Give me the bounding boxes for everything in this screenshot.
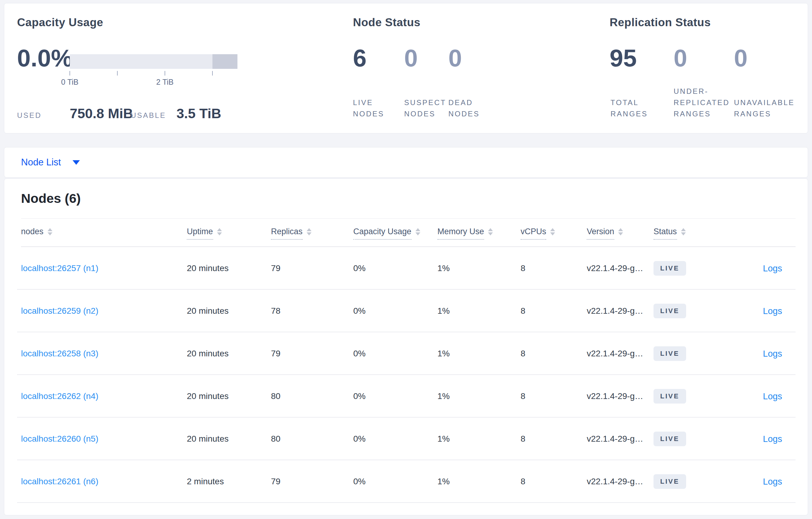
sort-icon[interactable] <box>618 228 623 236</box>
table-row: localhost:26262 (n4)20 minutes800%1%8v22… <box>4 375 808 418</box>
uptime-cell: 20 minutes <box>187 391 229 401</box>
sort-icon[interactable] <box>488 228 493 236</box>
memory-use-cell: 1% <box>437 349 450 359</box>
version-cell: v22.1.4-29-g… <box>587 477 643 486</box>
column-header-node[interactable]: nodes <box>21 227 52 239</box>
dead-nodes-count: 0 <box>448 46 462 70</box>
logs-link[interactable]: Logs <box>763 477 782 487</box>
memory-use-cell: 1% <box>437 434 450 444</box>
memory-use-cell: 1% <box>437 306 450 316</box>
node-link[interactable]: localhost:26257 (n1) <box>21 264 98 273</box>
uptime-cell: 20 minutes <box>187 434 229 444</box>
table-row: localhost:26258 (n3)20 minutes790%1%8v22… <box>4 332 808 375</box>
table-row: localhost:26260 (n5)20 minutes800%1%8v22… <box>4 418 808 460</box>
logs-link[interactable]: Logs <box>763 391 782 401</box>
status-badge: LIVE <box>654 474 686 489</box>
column-header-capacity[interactable]: Capacity Usage <box>353 227 420 240</box>
uptime-cell: 20 minutes <box>187 306 229 316</box>
memory-use-cell: 1% <box>437 391 450 401</box>
capacity-bar-reserved-segment <box>212 54 237 69</box>
sort-icon[interactable] <box>217 228 222 236</box>
sort-icon[interactable] <box>681 228 686 236</box>
capacity-usage-cell: 0% <box>353 349 366 359</box>
node-link[interactable]: localhost:26258 (n3) <box>21 349 98 359</box>
node-link[interactable]: localhost:26260 (n5) <box>21 434 98 444</box>
sort-icon[interactable] <box>307 228 312 236</box>
view-selector-card: Node List <box>4 147 808 178</box>
column-header-uptime[interactable]: Uptime <box>187 227 222 240</box>
axis-tick <box>212 71 213 75</box>
node-status-title: Node Status <box>353 16 420 29</box>
axis-tick-label: 0 TiB <box>52 78 88 87</box>
sort-icon[interactable] <box>48 228 52 236</box>
node-link[interactable]: localhost:26262 (n4) <box>21 391 98 401</box>
live-nodes-count: 6 <box>353 46 367 70</box>
capacity-usage-cell: 0% <box>353 434 366 444</box>
axis-tick <box>69 71 70 75</box>
column-header-vcpus[interactable]: vCPUs <box>521 227 555 240</box>
status-badge: LIVE <box>654 346 686 361</box>
capacity-usage-cell: 0% <box>353 306 366 316</box>
table-row: localhost:26257 (n1)20 minutes790%1%8v22… <box>4 247 808 289</box>
sort-icon[interactable] <box>415 228 420 236</box>
used-label: USED <box>17 111 42 120</box>
node-list-dropdown-label: Node List <box>21 157 61 168</box>
column-header-memory[interactable]: Memory Use <box>437 227 493 240</box>
table-header-row: nodesUptimeReplicasCapacity UsageMemory … <box>4 224 808 246</box>
vcpus-cell: 8 <box>521 434 525 444</box>
vcpus-cell: 8 <box>521 264 525 273</box>
vcpus-cell: 8 <box>521 306 525 316</box>
vcpus-cell: 8 <box>521 391 525 401</box>
capacity-usage-bar <box>70 54 237 69</box>
logs-link[interactable]: Logs <box>763 434 782 444</box>
logs-link[interactable]: Logs <box>763 264 782 274</box>
vcpus-cell: 8 <box>521 349 525 359</box>
node-link[interactable]: localhost:26261 (n6) <box>21 477 98 486</box>
logs-link[interactable]: Logs <box>763 306 782 316</box>
used-value: 750.8 MiB <box>70 106 133 122</box>
divider <box>21 218 795 219</box>
column-header-version[interactable]: Version <box>587 227 623 240</box>
axis-tick <box>165 71 165 75</box>
replicas-cell: 79 <box>271 349 281 359</box>
capacity-usage-cell: 0% <box>353 264 366 273</box>
capacity-used-percent: 0.0% <box>17 46 72 70</box>
sort-icon[interactable] <box>550 228 555 236</box>
replicas-cell: 80 <box>271 391 281 401</box>
unavailable-ranges-count: 0 <box>734 46 748 70</box>
status-badge: LIVE <box>654 304 686 318</box>
version-cell: v22.1.4-29-g… <box>587 306 643 316</box>
capacity-usage-cell: 0% <box>353 477 366 486</box>
version-cell: v22.1.4-29-g… <box>587 391 643 401</box>
status-badge: LIVE <box>654 432 686 446</box>
version-cell: v22.1.4-29-g… <box>587 264 643 273</box>
replicas-cell: 80 <box>271 434 281 444</box>
column-header-status[interactable]: Status <box>654 227 686 240</box>
replicas-cell: 79 <box>271 264 281 273</box>
node-list-dropdown[interactable]: Node List <box>21 157 80 168</box>
status-badge: LIVE <box>654 261 686 276</box>
version-cell: v22.1.4-29-g… <box>587 434 643 444</box>
replication-status-title: Replication Status <box>610 16 711 29</box>
chevron-down-icon <box>72 160 80 165</box>
replicas-cell: 79 <box>271 477 281 486</box>
replicas-cell: 78 <box>271 306 281 316</box>
total-ranges-count: 95 <box>610 46 637 70</box>
divider <box>17 502 795 503</box>
nodes-table-card: Nodes (6) nodesUptimeReplicasCapacity Us… <box>4 179 808 515</box>
capacity-usage-cell: 0% <box>353 391 366 401</box>
axis-tick-label: 2 TiB <box>147 78 183 87</box>
status-badge: LIVE <box>654 389 686 403</box>
table-row: localhost:26261 (n6)2 minutes790%1%8v22.… <box>4 460 808 503</box>
column-header-replicas[interactable]: Replicas <box>271 227 312 240</box>
capacity-usage-title: Capacity Usage <box>17 16 103 29</box>
axis-tick <box>117 71 118 75</box>
memory-use-cell: 1% <box>437 264 450 273</box>
table-row: localhost:26259 (n2)20 minutes780%1%8v22… <box>4 289 808 332</box>
usable-value: 3.5 TiB <box>176 106 221 122</box>
node-link[interactable]: localhost:26259 (n2) <box>21 306 98 316</box>
uptime-cell: 2 minutes <box>187 477 224 486</box>
unavailable-ranges-label: UNAVAILABLE RANGES <box>734 97 794 119</box>
usable-label: USABLE <box>131 111 166 120</box>
logs-link[interactable]: Logs <box>763 349 782 359</box>
